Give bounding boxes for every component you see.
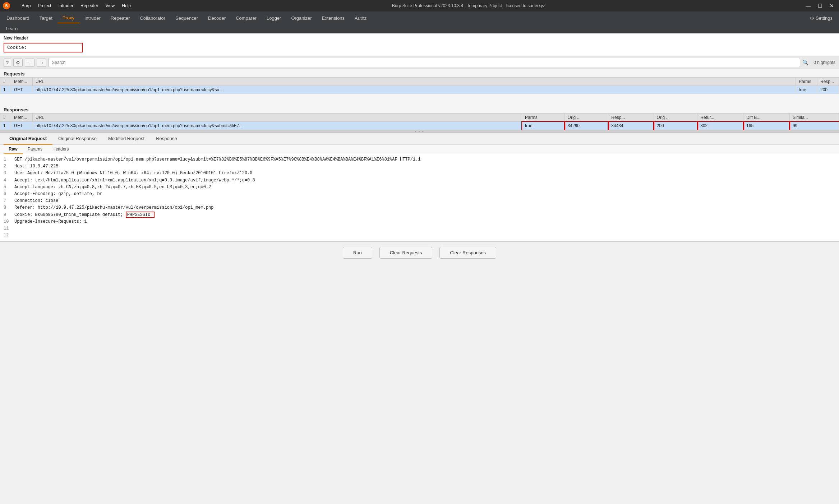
resp-num: 1 xyxy=(0,122,11,130)
panel-divider[interactable]: • • • xyxy=(0,130,839,133)
requests-table-wrapper: # Meth... URL Parms Resp... 1 GET http:/… xyxy=(0,77,839,94)
tab-extensions[interactable]: Extensions xyxy=(317,13,350,23)
search-input[interactable] xyxy=(49,58,800,67)
highlights-badge: 0 highlights xyxy=(813,60,835,65)
resp-col-header-diffb: Diff B... xyxy=(743,114,790,122)
tab-organizer[interactable]: Organizer xyxy=(286,13,317,23)
toolbar-row: ? ⚙ ← → 🔍 0 highlights xyxy=(0,56,839,69)
code-line-12: 12 xyxy=(4,232,835,239)
resp-method: GET xyxy=(11,122,33,130)
menu-project[interactable]: Project xyxy=(35,3,54,9)
tab-intruder[interactable]: Intruder xyxy=(79,13,106,23)
search-icon: 🔍 xyxy=(802,60,808,65)
run-button[interactable]: Run xyxy=(343,247,372,259)
app-title: Burp Suite Professional v2023.10.3.4 - T… xyxy=(134,3,803,8)
cookie-input[interactable]: Cookie: xyxy=(4,43,83,52)
phpsessid-highlight: PHPSESSID= xyxy=(126,212,155,218)
spacer1 xyxy=(0,94,839,105)
requests-table: # Meth... URL Parms Resp... 1 GET http:/… xyxy=(0,77,839,94)
tab-collaborator[interactable]: Collaborator xyxy=(135,13,170,23)
resp-col-header-resp: Resp... xyxy=(608,114,654,122)
code-line-4: 4 Accept: text/html,application/xhtml+xm… xyxy=(4,177,835,184)
tab-proxy[interactable]: Proxy xyxy=(57,13,79,23)
resp-col-header-simila: Simila... xyxy=(789,114,839,122)
tab-modified-request[interactable]: Modified Request xyxy=(102,133,150,145)
resp-url: http://10.9.47.225:80/pikachu-master/vul… xyxy=(33,122,522,130)
code-line-9: 9 Cookie: BkG0p95780_think_template=defa… xyxy=(4,212,835,218)
menu-burp[interactable]: Burp xyxy=(19,3,33,9)
col-header-parms: Parms xyxy=(796,78,817,86)
tab-original-request[interactable]: Original Request xyxy=(4,133,52,145)
responses-table: # Meth... URL Parms Orig ... Resp... Ori… xyxy=(0,113,839,130)
tab-decoder[interactable]: Decoder xyxy=(203,13,231,23)
clear-requests-button[interactable]: Clear Requests xyxy=(379,247,433,259)
tab-learn[interactable]: Learn xyxy=(1,25,22,32)
code-line-8: 8 Referer: http://10.9.47.225/pikachu-ma… xyxy=(4,204,835,211)
resp-col-header-method: Meth... xyxy=(11,114,33,122)
code-line-11: 11 xyxy=(4,225,835,232)
responses-section-label: Responses xyxy=(0,105,839,113)
learn-row: Learn xyxy=(0,24,839,33)
tab-dashboard[interactable]: Dashboard xyxy=(1,13,34,23)
resp-col-header-num: # xyxy=(0,114,11,122)
sub-tabs: Raw Params Headers xyxy=(0,145,839,154)
resp-retur: 302 xyxy=(697,122,743,130)
menu-intruder[interactable]: Intruder xyxy=(56,3,76,9)
forward-button[interactable]: → xyxy=(37,59,46,67)
col-header-url: URL xyxy=(33,78,796,86)
tab-original-response[interactable]: Original Response xyxy=(52,133,102,145)
menu-repeater[interactable]: Repeater xyxy=(78,3,101,9)
tab-comparer[interactable]: Comparer xyxy=(231,13,262,23)
window-controls[interactable]: — ☐ ✕ xyxy=(803,2,836,9)
code-line-1: 1 GET /pikachu-master/vul/overpermission… xyxy=(4,156,835,163)
resp-col-header-orig: Orig ... xyxy=(564,114,608,122)
table-row[interactable]: 1 GET http://10.9.47.225:80/pikachu-mast… xyxy=(0,86,839,94)
back-button[interactable]: ← xyxy=(25,59,34,67)
clear-responses-button[interactable]: Clear Responses xyxy=(439,247,496,259)
col-header-resp: Resp... xyxy=(817,78,839,86)
maximize-button[interactable]: ☐ xyxy=(816,2,825,9)
resp-orig-body: 34290 xyxy=(564,122,608,130)
tab-authz[interactable]: Authz xyxy=(350,13,372,23)
gear-icon: ⚙ xyxy=(810,15,814,21)
menu-help[interactable]: Help xyxy=(119,3,134,9)
table-row[interactable]: 1 GET http://10.9.47.225:80/pikachu-mast… xyxy=(0,122,839,130)
col-header-method: Meth... xyxy=(11,78,33,86)
request-parms: true xyxy=(796,86,817,94)
responses-table-wrapper: # Meth... URL Parms Orig ... Resp... Ori… xyxy=(0,113,839,130)
divider-dots: • • • xyxy=(415,130,424,134)
resp-diff-b: 165 xyxy=(743,122,790,130)
code-line-6: 6 Accept-Encoding: gzip, deflate, br xyxy=(4,191,835,198)
resp-col-header-retur: Retur... xyxy=(697,114,743,122)
code-line-7: 7 Connection: close xyxy=(4,198,835,204)
tab-repeater[interactable]: Repeater xyxy=(106,13,135,23)
code-line-2: 2 Host: 10.9.47.225 xyxy=(4,163,835,170)
tab-response[interactable]: Response xyxy=(150,133,183,145)
minimize-button[interactable]: — xyxy=(803,2,813,9)
menu-bar[interactable]: Burp Project Intruder Repeater View Help xyxy=(19,3,134,9)
request-method: GET xyxy=(11,86,33,94)
sub-tab-headers[interactable]: Headers xyxy=(47,145,74,154)
resp-col-header-url: URL xyxy=(33,114,522,122)
tab-sequencer[interactable]: Sequencer xyxy=(170,13,203,23)
close-button[interactable]: ✕ xyxy=(828,2,836,9)
bottom-buttons: Run Clear Requests Clear Responses xyxy=(0,241,839,264)
tab-settings[interactable]: ⚙ Settings xyxy=(805,13,838,23)
tab-target[interactable]: Target xyxy=(34,13,57,23)
tab-logger[interactable]: Logger xyxy=(262,13,286,23)
menu-view[interactable]: View xyxy=(102,3,117,9)
resp-parms: true xyxy=(522,122,565,130)
title-bar: B Burp Project Intruder Repeater View He… xyxy=(0,0,839,11)
code-line-3: 3 User-Agent: Mozilla/5.0 (Windows NT 10… xyxy=(4,170,835,177)
panel-tabs: Original Request Original Response Modif… xyxy=(0,133,839,145)
sub-tab-raw[interactable]: Raw xyxy=(4,145,23,154)
request-url: http://10.9.47.225:80/pikachu-master/vul… xyxy=(33,86,796,94)
content-area: New Header Cookie: ? ⚙ ← → 🔍 0 highlight… xyxy=(0,33,839,264)
sub-tab-params[interactable]: Params xyxy=(23,145,47,154)
main-tabs: Dashboard Target Proxy Intruder Repeater… xyxy=(0,11,839,24)
help-button[interactable]: ? xyxy=(4,59,11,67)
settings-small-button[interactable]: ⚙ xyxy=(13,59,23,67)
col-header-num: # xyxy=(0,78,11,86)
resp-col-header-parms: Parms xyxy=(522,114,565,122)
new-header-section: New Header Cookie: xyxy=(0,33,839,56)
